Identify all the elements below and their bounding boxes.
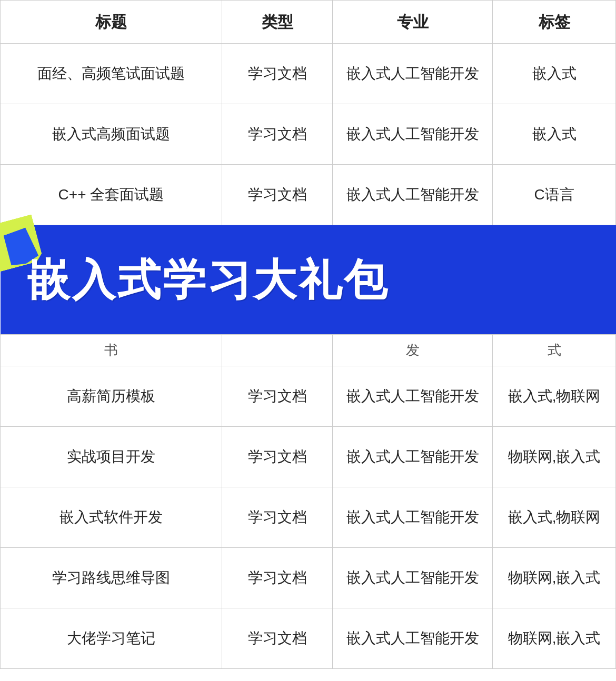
row-tag: 物联网,嵌入式: [493, 548, 616, 608]
table-row: 学习路线思维导图 学习文档 嵌入式人工智能开发 物联网,嵌入式: [1, 548, 616, 608]
row-major: 嵌入式人工智能开发: [333, 487, 493, 548]
row-type: 学习文档: [222, 366, 332, 427]
row-title: 面经、高频笔试面试题: [1, 44, 222, 104]
row-title: 大佬学习笔记: [1, 608, 222, 669]
partial-col4: 式: [493, 335, 616, 366]
table-row: 面经、高频笔试面试题 学习文档 嵌入式人工智能开发 嵌入式: [1, 44, 616, 104]
partial-col2: [222, 335, 332, 366]
content-table: 标题 类型 专业 标签 面经、高频笔试面试题 学习文档 嵌入式人工智能开发 嵌入…: [0, 0, 616, 669]
row-type: 学习文档: [222, 104, 332, 165]
main-container: 标题 类型 专业 标签 面经、高频笔试面试题 学习文档 嵌入式人工智能开发 嵌入…: [0, 0, 616, 669]
table-row: C++ 全套面试题 学习文档 嵌入式人工智能开发 C语言: [1, 165, 616, 225]
table-row: 实战项目开发 学习文档 嵌入式人工智能开发 物联网,嵌入式: [1, 427, 616, 487]
row-tag: 嵌入式,物联网: [493, 487, 616, 548]
partial-row: 书 发 式: [1, 335, 616, 366]
header-tag: 标签: [493, 1, 616, 44]
banner-row: 嵌入式学习大礼包: [1, 225, 616, 335]
row-major: 嵌入式人工智能开发: [333, 427, 493, 487]
row-major: 嵌入式人工智能开发: [333, 44, 493, 104]
row-type: 学习文档: [222, 44, 332, 104]
row-title: 嵌入式软件开发: [1, 487, 222, 548]
row-type: 学习文档: [222, 608, 332, 669]
header-major: 专业: [333, 1, 493, 44]
row-tag: C语言: [493, 165, 616, 225]
table-row: 高薪简历模板 学习文档 嵌入式人工智能开发 嵌入式,物联网: [1, 366, 616, 427]
row-title: 学习路线思维导图: [1, 548, 222, 608]
row-type: 学习文档: [222, 487, 332, 548]
row-type: 学习文档: [222, 548, 332, 608]
row-tag: 物联网,嵌入式: [493, 608, 616, 669]
row-major: 嵌入式人工智能开发: [333, 366, 493, 427]
banner-cell: 嵌入式学习大礼包: [1, 225, 616, 335]
table-row: 嵌入式高频面试题 学习文档 嵌入式人工智能开发 嵌入式: [1, 104, 616, 165]
row-major: 嵌入式人工智能开发: [333, 165, 493, 225]
row-type: 学习文档: [222, 165, 332, 225]
row-major: 嵌入式人工智能开发: [333, 104, 493, 165]
header-type: 类型: [222, 1, 332, 44]
row-type: 学习文档: [222, 427, 332, 487]
row-major: 嵌入式人工智能开发: [333, 608, 493, 669]
table-row: 大佬学习笔记 学习文档 嵌入式人工智能开发 物联网,嵌入式: [1, 608, 616, 669]
row-tag: 嵌入式: [493, 44, 616, 104]
banner-bg: 嵌入式学习大礼包: [1, 225, 616, 334]
row-title: 实战项目开发: [1, 427, 222, 487]
row-title: 高薪简历模板: [1, 366, 222, 427]
partial-col3: 发: [333, 335, 493, 366]
row-tag: 嵌入式: [493, 104, 616, 165]
row-major: 嵌入式人工智能开发: [333, 548, 493, 608]
row-tag: 物联网,嵌入式: [493, 427, 616, 487]
row-title: C++ 全套面试题: [1, 165, 222, 225]
header-title: 标题: [1, 1, 222, 44]
row-tag: 嵌入式,物联网: [493, 366, 616, 427]
table-header-row: 标题 类型 专业 标签: [1, 1, 616, 44]
banner-text: 嵌入式学习大礼包: [16, 247, 389, 312]
partial-col1: 书: [1, 335, 222, 366]
table-row: 嵌入式软件开发 学习文档 嵌入式人工智能开发 嵌入式,物联网: [1, 487, 616, 548]
row-title: 嵌入式高频面试题: [1, 104, 222, 165]
